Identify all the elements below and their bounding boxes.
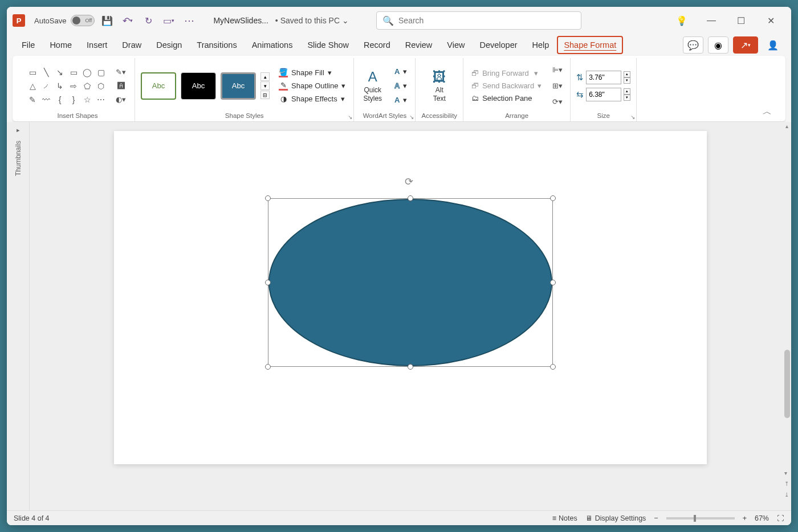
ellipse-shape[interactable]	[268, 198, 553, 367]
height-down[interactable]: ▾	[624, 77, 630, 84]
handle-ml[interactable]	[265, 280, 271, 285]
slide-area[interactable]: ⟳	[30, 122, 791, 510]
shape-curve-icon[interactable]: ⟋	[40, 80, 52, 92]
slide-canvas[interactable]: ⟳	[114, 131, 707, 464]
slide-counter[interactable]: Slide 4 of 4	[14, 514, 50, 522]
redo-button[interactable]: ↻	[140, 13, 156, 28]
shape-line-icon[interactable]: ╲	[40, 66, 52, 79]
style-gallery[interactable]: Abc Abc Abc ▴ ▾ ⊟	[141, 72, 270, 100]
bring-forward-button[interactable]: 🗗Bring Forward ▾	[469, 68, 544, 79]
rotate-button[interactable]: ⟳▾	[551, 96, 564, 108]
account-button[interactable]: 👤	[763, 36, 783, 54]
scroll-down-icon[interactable]: ▾	[783, 469, 790, 477]
width-up[interactable]: ▴	[624, 88, 630, 95]
shape-rect-icon[interactable]: ▭	[67, 66, 80, 79]
fit-to-window-button[interactable]: ⛶	[777, 514, 784, 522]
rotate-handle[interactable]: ⟳	[405, 175, 413, 188]
width-down[interactable]: ▾	[624, 95, 630, 101]
text-box-button[interactable]: 🅰	[113, 80, 129, 92]
shape-pentagon-icon[interactable]: ⬠	[81, 80, 93, 92]
handle-tl[interactable]	[265, 195, 271, 201]
collapse-ribbon-button[interactable]: ︿	[757, 103, 777, 121]
selected-shape[interactable]: ⟳	[268, 198, 553, 367]
shape-outline-button[interactable]: ✎Shape Outline ▾	[276, 80, 348, 92]
shape-roundrect-icon[interactable]: ▢	[95, 66, 107, 79]
handle-tm[interactable]	[408, 195, 413, 201]
style-more[interactable]: ⊟	[260, 91, 270, 99]
search-input[interactable]	[398, 16, 575, 25]
notes-button[interactable]: ≡Notes	[552, 514, 577, 522]
shape-gallery[interactable]: ▭ ╲ ↘ ▭ ◯ ▢ △ ⟋ ↳ ⇨ ⬠ ⬡ ✎ 〰 { } ☆	[26, 66, 107, 106]
shape-textbox-icon[interactable]: ▭	[26, 66, 39, 79]
scroll-thumb[interactable]	[784, 350, 790, 418]
tab-home[interactable]: Home	[43, 36, 79, 54]
text-effects-button[interactable]: A▾	[392, 95, 409, 105]
handle-bm[interactable]	[408, 364, 413, 370]
save-button[interactable]: 💾	[99, 13, 115, 28]
tab-slide-show[interactable]: Slide Show	[300, 36, 356, 54]
recording-button[interactable]: ◉	[708, 36, 728, 54]
send-backward-button[interactable]: 🗗Send Backward ▾	[469, 80, 544, 91]
minimize-button[interactable]: —	[702, 11, 720, 30]
zoom-slider[interactable]	[666, 517, 735, 519]
thumbnails-expand-button[interactable]: ▸	[17, 126, 20, 134]
comments-button[interactable]: 💬	[683, 36, 703, 54]
shape-arrow-icon[interactable]: ⇨	[67, 80, 80, 92]
shape-more-icon[interactable]: ⋯	[95, 93, 107, 106]
style-preset-3[interactable]: Abc	[221, 72, 256, 100]
maximize-button[interactable]: ☐	[732, 11, 750, 30]
shape-star-icon[interactable]: ☆	[81, 93, 93, 106]
shape-brace-r-icon[interactable]: }	[67, 93, 80, 106]
display-settings-button[interactable]: 🖥Display Settings	[585, 514, 646, 522]
shape-oval-icon[interactable]: ◯	[81, 66, 93, 79]
tab-developer[interactable]: Developer	[473, 36, 524, 54]
tab-review[interactable]: Review	[398, 36, 439, 54]
prev-slide-icon[interactable]: ⤒	[783, 480, 790, 488]
group-button[interactable]: ⊞▾	[551, 80, 564, 92]
scroll-up-icon[interactable]: ▴	[784, 122, 789, 130]
height-up[interactable]: ▴	[624, 71, 630, 77]
saved-status[interactable]: • Saved to this PC ⌄	[275, 16, 349, 25]
shape-hexagon-icon[interactable]: ⬡	[95, 80, 107, 92]
shape-styles-launcher[interactable]: ↘	[348, 114, 352, 120]
alt-text-button[interactable]: 🖼 Alt Text	[429, 67, 450, 105]
text-fill-button[interactable]: A▾	[392, 66, 409, 77]
text-outline-button[interactable]: A▾	[392, 80, 409, 91]
zoom-out-button[interactable]: −	[654, 514, 658, 522]
tab-insert[interactable]: Insert	[80, 36, 114, 54]
style-scroll-up[interactable]: ▴	[260, 72, 270, 81]
merge-shapes-button[interactable]: ◐▾	[113, 93, 129, 106]
style-preset-2[interactable]: Abc	[181, 72, 216, 100]
handle-bl[interactable]	[265, 364, 271, 370]
next-slide-icon[interactable]: ⤓	[783, 490, 790, 499]
shape-triangle-icon[interactable]: △	[26, 80, 39, 92]
tab-transitions[interactable]: Transitions	[190, 36, 243, 54]
qat-customize-button[interactable]: ⋯	[181, 13, 197, 28]
zoom-level[interactable]: 67%	[755, 514, 769, 522]
tips-button[interactable]: 💡	[673, 11, 691, 30]
tab-view[interactable]: View	[440, 36, 471, 54]
shape-brace-l-icon[interactable]: {	[54, 93, 66, 106]
undo-button[interactable]: ↶▾	[120, 13, 136, 28]
shape-arrow-line-icon[interactable]: ↘	[54, 66, 66, 79]
vertical-scrollbar[interactable]: ▴ ▾ ⤒ ⤓	[782, 122, 791, 510]
autosave-toggle[interactable]: Off	[71, 15, 95, 26]
style-preset-1[interactable]: Abc	[141, 72, 176, 100]
handle-mr[interactable]	[550, 280, 556, 285]
align-button[interactable]: ⊫▾	[551, 64, 564, 76]
tab-animations[interactable]: Animations	[245, 36, 300, 54]
tab-record[interactable]: Record	[357, 36, 397, 54]
tab-file[interactable]: File	[15, 36, 42, 54]
tab-design[interactable]: Design	[149, 36, 189, 54]
style-scroll-down[interactable]: ▾	[260, 81, 270, 90]
from-beginning-button[interactable]: ▭▾	[161, 13, 177, 28]
shape-connector-icon[interactable]: ↳	[54, 80, 66, 92]
tab-shape-format[interactable]: Shape Format	[557, 36, 623, 54]
selection-pane-button[interactable]: 🗂Selection Pane	[469, 93, 544, 104]
zoom-in-button[interactable]: +	[743, 514, 747, 522]
share-button[interactable]: ↗ ▾	[733, 36, 758, 54]
tab-help[interactable]: Help	[526, 36, 556, 54]
handle-br[interactable]	[550, 364, 556, 370]
tab-draw[interactable]: Draw	[115, 36, 148, 54]
quick-styles-button[interactable]: A Quick Styles	[360, 67, 385, 105]
